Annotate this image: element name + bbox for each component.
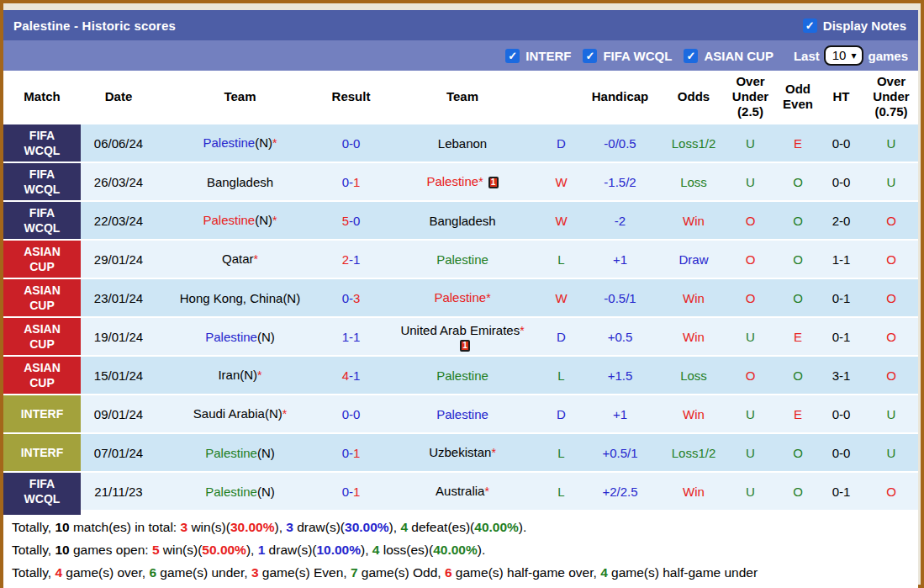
- away-team-name[interactable]: Palestine: [436, 368, 488, 383]
- home-team-name[interactable]: Hong Kong, China: [180, 291, 283, 305]
- home-score: 0: [342, 407, 349, 421]
- home-team-name[interactable]: Palestine: [205, 446, 257, 460]
- odds-result: Win: [664, 473, 723, 510]
- result-line: 0-1: [342, 484, 361, 500]
- totals-segment: 30.00%: [230, 520, 275, 534]
- over-under-25: U: [723, 163, 778, 200]
- totals-segment: games open:: [70, 543, 152, 557]
- half-time-score: 0-1: [818, 279, 864, 316]
- result-line: 0-0: [342, 135, 361, 151]
- match-date: 22/03/24: [81, 202, 156, 239]
- wdl-indicator: W: [546, 163, 576, 200]
- match-result: 4-1: [324, 357, 378, 394]
- away-team-name[interactable]: Lebanon: [438, 136, 487, 151]
- star-marker: *: [272, 214, 277, 227]
- odd-even: O: [778, 202, 818, 239]
- home-team-line: Palestine(N): [205, 329, 275, 345]
- totals-segment: game(s) half-game over,: [452, 565, 601, 580]
- totals-segment: win(s)(: [160, 543, 203, 557]
- totals-segment: ),: [274, 520, 286, 534]
- home-team-name[interactable]: Palestine: [203, 213, 256, 227]
- away-team-name[interactable]: Australia: [436, 484, 484, 498]
- display-notes-checkbox[interactable]: ✓: [803, 19, 817, 33]
- away-team-name[interactable]: Palestine: [426, 174, 478, 188]
- home-team-name[interactable]: Iran: [218, 368, 240, 382]
- home-team-line: Bangladesh: [207, 174, 273, 190]
- handicap-value: +1.5: [576, 357, 664, 394]
- over-under-25: U: [723, 473, 778, 510]
- filter-checkbox-2[interactable]: ✓: [583, 49, 597, 63]
- handicap-value: +1: [576, 395, 664, 432]
- away-team-line: Uzbekistan*: [429, 444, 496, 461]
- result-line: 0-3: [342, 290, 361, 306]
- totals-segment: 4: [400, 520, 408, 534]
- home-team-name[interactable]: Bangladesh: [207, 175, 273, 189]
- totals-segment: match(es) in total:: [70, 520, 181, 534]
- neutral-venue-suffix: (N): [282, 291, 300, 305]
- filter-checkbox-3[interactable]: ✓: [684, 49, 698, 63]
- half-time-score: 0-0: [818, 395, 864, 432]
- result-line: 0-1: [342, 174, 361, 190]
- column-header-over-under-2.5-: Over Under (2.5): [723, 71, 778, 123]
- filter-label: FIFA WCQL: [603, 49, 672, 63]
- table-header-row: MatchDateTeamResultTeamHandicapOddsOver …: [3, 71, 918, 123]
- home-team-name[interactable]: Qatar: [222, 252, 254, 266]
- competition-badge: ASIAN CUP: [3, 279, 81, 316]
- star-marker: *: [257, 368, 261, 382]
- over-under-075: O: [864, 473, 918, 510]
- half-time-score: 2-0: [818, 202, 864, 239]
- neutral-venue-suffix: (N): [257, 330, 275, 344]
- home-team: Palestine(N)*: [156, 124, 324, 162]
- away-team-name[interactable]: Palestine: [436, 252, 488, 267]
- title-bar: Palestine - Historic scores ✓ Display No…: [3, 10, 918, 40]
- odds-result: Win: [664, 318, 723, 355]
- away-score: 3: [353, 291, 360, 305]
- totals-segment: ),: [389, 520, 401, 534]
- away-team-name[interactable]: United Arab Emirates: [400, 323, 520, 337]
- games-label: games: [868, 49, 908, 63]
- page-title: Palestine - Historic scores: [13, 19, 176, 33]
- table-row: ASIAN CUP29/01/24Qatar*2-1PalestineL+1Dr…: [3, 239, 918, 278]
- odd-even: O: [778, 357, 818, 394]
- match-result: 0-1: [324, 473, 378, 510]
- match-date: 09/01/24: [81, 395, 156, 432]
- wdl-indicator: W: [546, 279, 576, 316]
- away-score: 0: [353, 214, 360, 228]
- home-score: 0: [342, 175, 349, 189]
- over-under-25: O: [723, 357, 778, 394]
- red-card-icon: 1: [488, 177, 499, 188]
- home-score: 0: [342, 291, 349, 305]
- home-team-name[interactable]: Palestine: [203, 135, 256, 150]
- over-under-25: U: [723, 434, 778, 471]
- column-header-result: Result: [324, 71, 378, 123]
- table-row: FIFA WCQL06/06/24Palestine(N)*0-0Lebanon…: [3, 123, 918, 162]
- match-date: 29/01/24: [81, 241, 156, 278]
- away-score: 1: [353, 446, 360, 460]
- home-team-name[interactable]: Saudi Arabia: [193, 406, 265, 421]
- away-team-name[interactable]: Palestine: [436, 407, 488, 421]
- away-team-name[interactable]: Palestine: [434, 290, 486, 305]
- filter-checkbox-1[interactable]: ✓: [505, 49, 520, 63]
- match-result: 0-0: [324, 124, 378, 162]
- away-team: United Arab Emirates*1: [378, 318, 546, 355]
- away-team: Australia*: [378, 473, 546, 510]
- away-team-name[interactable]: Bangladesh: [429, 214, 495, 228]
- over-under-075: O: [864, 357, 918, 394]
- star-marker: *: [478, 175, 483, 188]
- over-under-075: O: [864, 279, 918, 316]
- over-under-075: O: [864, 318, 918, 355]
- totals-footer: Totally, 10 match(es) in total: 3 win(s)…: [3, 510, 918, 588]
- totals-segment: ).: [478, 543, 485, 557]
- home-team-name[interactable]: Palestine: [205, 330, 257, 344]
- over-under-25: O: [723, 279, 778, 316]
- odd-even: O: [778, 279, 818, 316]
- away-team-line: Palestine: [436, 252, 488, 268]
- home-team-name[interactable]: Palestine: [205, 485, 257, 499]
- away-team-line: Palestine*: [434, 289, 490, 306]
- totals-segment: defeat(es)(: [408, 520, 474, 534]
- neutral-venue-suffix: (N): [265, 406, 282, 421]
- away-team-name[interactable]: Uzbekistan: [429, 445, 491, 459]
- last-games-select[interactable]: 10 ▾: [824, 45, 864, 66]
- totals-segment: game(s) Odd,: [358, 565, 445, 580]
- star-marker: *: [484, 485, 488, 498]
